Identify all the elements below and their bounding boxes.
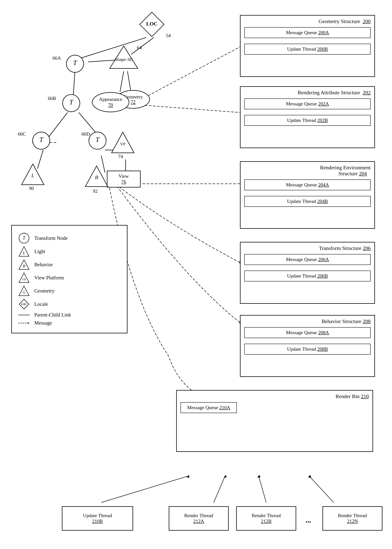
shape3d-id: 64 (137, 45, 142, 51)
svg-line-3 (120, 71, 124, 92)
legend-geometry-label: Geometry (34, 288, 55, 294)
legend-behavior-label: Behavior (34, 262, 53, 267)
svg-marker-38 (257, 475, 261, 478)
light-triangle: L (21, 163, 45, 186)
render-env-title: Rendering Environment (320, 165, 371, 170)
legend-item-viewplatform: VP View Platform (17, 272, 121, 283)
svg-text:B: B (23, 264, 25, 268)
svg-text:72: 72 (131, 99, 136, 105)
behavior-id: 92 (93, 189, 98, 194)
svg-text:T: T (39, 136, 44, 143)
svg-text:L: L (31, 173, 34, 178)
svg-text:LOC: LOC (21, 303, 27, 306)
loc-id: 54 (166, 33, 171, 38)
render-attr-id: 202 (363, 90, 371, 95)
node-66c-id: 66C (18, 131, 26, 137)
node-66d-id: 66D (82, 131, 90, 137)
legend-item-geometry: G Geometry (17, 285, 121, 296)
legend-message-label: Message (34, 320, 52, 326)
legend-item-light: L Light (17, 246, 121, 257)
svg-marker-79 (28, 322, 30, 324)
dots: ... (306, 516, 311, 524)
legend-item-behavior: B Behavior (17, 259, 121, 270)
svg-marker-40 (308, 475, 311, 478)
geometry-structure: Geometry Structure 200 Message Queue 200… (240, 15, 375, 77)
node-66b-id: 66B (48, 96, 56, 101)
transform-node-66a: T (66, 54, 84, 74)
legend-parent-child-label: Parent-Child Link (34, 312, 71, 318)
svg-text:G: G (23, 290, 26, 294)
vp-triangle: VP (111, 131, 135, 155)
svg-line-6 (49, 113, 68, 137)
svg-text:T: T (69, 99, 74, 106)
appearance-ellipse: Appearance 70 (92, 92, 129, 113)
legend-item-locale: LOC Locale (17, 298, 121, 310)
view-label: View (119, 173, 129, 179)
svg-text:70: 70 (108, 102, 113, 108)
geom-mq-box: Message Queue 200A (244, 27, 371, 38)
svg-marker-36 (224, 475, 227, 478)
geom-ut-box: Update Thread 200B (244, 44, 371, 55)
render-attr-structure: Rendering Attribute Structure 202 Messag… (240, 86, 375, 148)
geom-struct-id: 200 (363, 18, 371, 24)
legend-item-parent-child: Parent-Child Link (17, 312, 121, 318)
render-thread-212b: Render Thread 212B (236, 506, 296, 531)
legend-item-transform: T Transform Node (17, 232, 121, 244)
transform-mq-box: Message Queue 206A (244, 254, 371, 265)
svg-line-14 (148, 47, 240, 96)
geom-struct-title: Geometry Structure (319, 18, 360, 24)
svg-line-39 (309, 476, 334, 502)
transform-node-66b: T (62, 94, 81, 113)
svg-text:Shape-3D: Shape-3D (115, 57, 133, 62)
svg-text:L: L (23, 251, 25, 255)
svg-text:B: B (95, 174, 98, 180)
legend-transform-label: Transform Node (34, 235, 68, 241)
svg-line-35 (214, 476, 225, 502)
render-thread-212n: Render Thread 212N (322, 506, 382, 531)
loc-diamond-node: LOC (139, 11, 165, 37)
render-env-structure: Rendering Environment Structure 204 Mess… (240, 161, 375, 229)
svg-line-12 (140, 105, 240, 113)
svg-text:T: T (96, 136, 100, 143)
svg-marker-34 (187, 475, 189, 478)
svg-text:T: T (73, 59, 77, 67)
svg-line-33 (101, 476, 188, 502)
svg-text:LOC: LOC (146, 21, 158, 27)
render-env-mq-box: Message Queue 204A (244, 179, 371, 190)
transform-structure: Transform Structure 206 Message Queue 20… (240, 242, 375, 304)
render-bin-structure: Render Bin 210 Message Queue 210A (176, 390, 373, 452)
transform-node-66d: T (88, 131, 107, 151)
svg-text:VP: VP (120, 141, 126, 146)
view-id: 76 (121, 179, 126, 185)
shape3d-triangle: Shape-3D (109, 45, 139, 70)
render-attr-ut-box: Update Thread 202B (244, 115, 371, 126)
behavior-ut-box: Update Thread 208B (244, 344, 371, 355)
update-thread-210b: Update Thread 210B (62, 506, 133, 531)
transform-ut-box: Update Thread 206B (244, 271, 371, 282)
light-id: 90 (29, 186, 34, 191)
legend-item-message: Message (17, 320, 121, 326)
legend-box: T Transform Node L Light B Behavior (11, 225, 127, 333)
legend-light-label: Light (34, 249, 45, 254)
svg-line-37 (259, 476, 266, 502)
svg-text:T: T (23, 235, 26, 240)
render-attr-mq-box: Message Queue 202A (244, 99, 371, 109)
transform-node-66c: T (32, 131, 51, 151)
render-bin-mq-box: Message Queue 210A (181, 402, 237, 413)
behavior-mq-box: Message Queue 208A (244, 327, 371, 338)
svg-marker-71 (19, 273, 29, 282)
render-attr-title: Rendering Attribute Structure (298, 90, 360, 95)
render-env-ut-box: Update Thread 204B (244, 196, 371, 207)
diagram-container: LOC 54 Shape-3D 64 Geometry 72 Appearanc… (0, 0, 392, 549)
render-thread-212a: Render Thread 212A (169, 506, 229, 531)
svg-text:VP: VP (22, 278, 26, 281)
vp-id: 74 (118, 154, 123, 159)
legend-locale-label: Locale (34, 301, 48, 307)
node-66a-id: 66A (52, 55, 61, 61)
legend-viewplatform-label: View Platform (34, 275, 64, 281)
view-rect: View 76 (107, 171, 140, 188)
behavior-triangle: B (84, 165, 109, 188)
svg-text:Appearance: Appearance (99, 97, 122, 102)
behavior-structure: Behavior Structure 208 Message Queue 208… (240, 315, 375, 377)
